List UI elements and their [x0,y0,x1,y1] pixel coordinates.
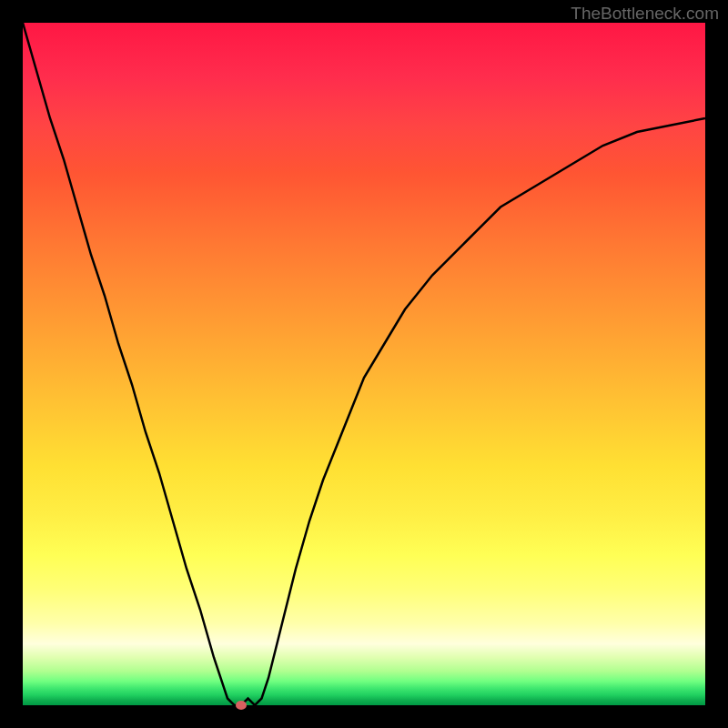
minimum-marker-dot [236,701,247,710]
gradient-plot-area [23,23,705,705]
watermark-text: TheBottleneck.com [571,4,719,24]
bottleneck-curve [23,23,705,705]
chart-container: TheBottleneck.com [0,0,728,728]
